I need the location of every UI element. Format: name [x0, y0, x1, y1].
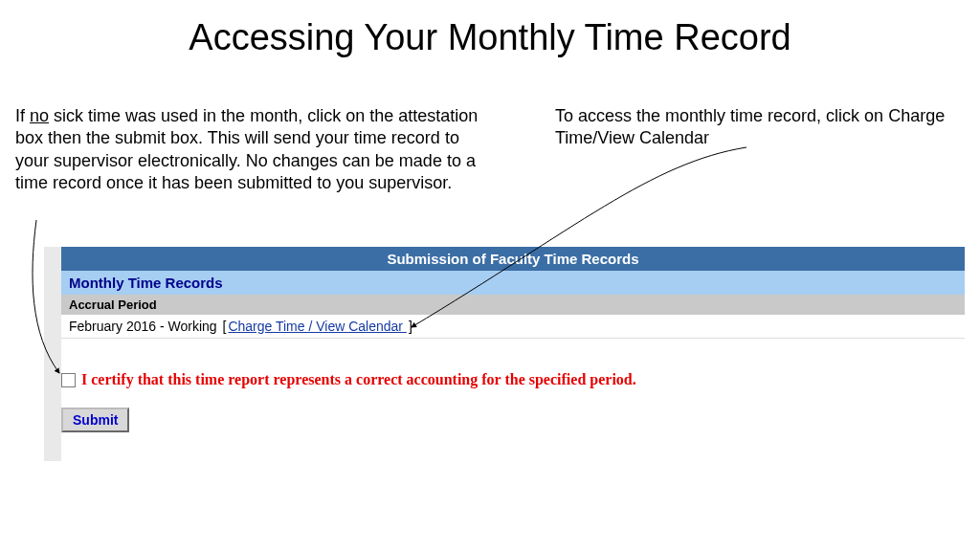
period-text: February 2016 - Working	[69, 319, 217, 334]
instruction-left-text: If no sick time was used in the month, c…	[15, 105, 484, 195]
attestation-checkbox[interactable]	[61, 373, 76, 387]
bracket-close: ]	[407, 319, 414, 334]
time-record-panel: Submission of Faculty Time Records Month…	[61, 247, 965, 339]
instr-left-post: sick time was used in the month, click o…	[15, 106, 478, 192]
panel-subheader: Accrual Period	[61, 295, 965, 315]
instr-left-pre: If	[15, 106, 30, 125]
panel-section: Monthly Time Records	[61, 271, 965, 295]
charge-time-link[interactable]: Charge Time / View Calendar	[228, 319, 407, 334]
attestation-text: I certify that this time report represen…	[81, 371, 636, 388]
submit-button[interactable]: Submit	[61, 408, 129, 432]
page-title: Accessing Your Monthly Time Record	[0, 0, 980, 58]
panel-header: Submission of Faculty Time Records	[61, 247, 965, 271]
instr-left-underlined: no	[30, 106, 49, 125]
instruction-right-text: To access the monthly time record, click…	[555, 105, 957, 150]
attestation-row: I certify that this time report represen…	[61, 371, 636, 388]
accrual-period-row: February 2016 - Working [Charge Time / V…	[61, 315, 965, 339]
scroll-gutter	[44, 247, 61, 461]
